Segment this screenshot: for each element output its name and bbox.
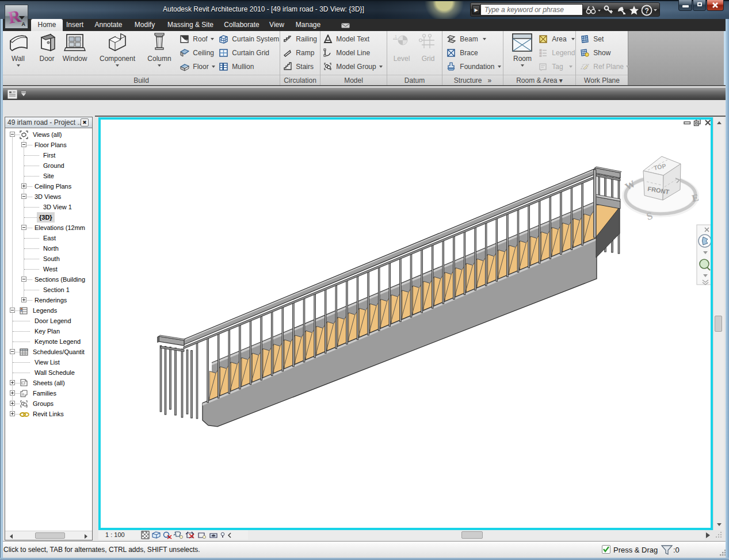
svg-text:?: ?: [645, 7, 649, 15]
svg-text:.1: .1: [394, 34, 397, 39]
